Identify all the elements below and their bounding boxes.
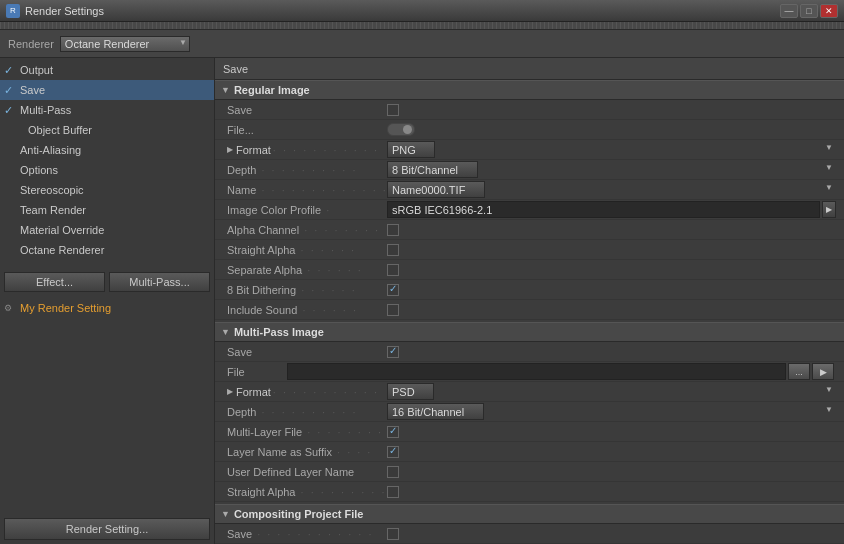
- sidebar-item-materialoverride[interactable]: Material Override: [0, 220, 214, 240]
- separate-alpha-row: Separate Alpha · · · · · ·: [215, 260, 844, 280]
- mp-format-select[interactable]: PSD: [387, 383, 434, 400]
- regular-name-select[interactable]: Name0000.TIF: [387, 181, 485, 198]
- sidebar-label-objectbuffer: Object Buffer: [28, 124, 92, 136]
- regular-save-checkbox[interactable]: [387, 104, 399, 116]
- separate-alpha-dots: · · · · · ·: [307, 264, 363, 276]
- separate-alpha-label-area: Separate Alpha · · · · · ·: [227, 264, 387, 276]
- sidebar-item-teamrender[interactable]: Team Render: [0, 200, 214, 220]
- multipass-button[interactable]: Multi-Pass...: [109, 272, 210, 292]
- sidebar-item-objectbuffer[interactable]: Object Buffer: [0, 120, 214, 140]
- color-profile-arrow-btn[interactable]: ▶: [822, 201, 836, 218]
- mp-straightalpha-checkbox[interactable]: [387, 486, 399, 498]
- check-save: ✓: [4, 84, 18, 97]
- straight-alpha-checkbox[interactable]: [387, 244, 399, 256]
- multi-pass-arrow: ▼: [221, 327, 230, 337]
- mp-format-select-wrapper: PSD: [387, 383, 836, 400]
- mp-save-checkbox[interactable]: [387, 346, 399, 358]
- separate-alpha-checkbox[interactable]: [387, 264, 399, 276]
- regular-depth-label-area: Depth · · · · · · · · · ·: [227, 164, 387, 176]
- maximize-button[interactable]: □: [800, 4, 818, 18]
- compositing-title: Compositing Project File: [234, 508, 364, 520]
- mp-layernamesuffix-checkbox[interactable]: [387, 446, 399, 458]
- mp-layernamesuffix-dots: · · · ·: [337, 446, 372, 458]
- sidebar-item-options[interactable]: Options: [0, 160, 214, 180]
- mp-file-browse-btn[interactable]: ...: [788, 363, 810, 380]
- effect-button[interactable]: Effect...: [4, 272, 105, 292]
- alpha-channel-label: Alpha Channel: [227, 224, 299, 236]
- multi-pass-title: Multi-Pass Image: [234, 326, 324, 338]
- mp-straightalpha-value: [387, 486, 836, 498]
- sidebar-label-teamrender: Team Render: [20, 204, 86, 216]
- mp-userdefined-value: [387, 466, 836, 478]
- regular-file-toggle[interactable]: [387, 123, 415, 136]
- renderer-select[interactable]: Octane Renderer: [60, 36, 190, 52]
- mp-depth-label: Depth: [227, 406, 256, 418]
- gear-icon: ⚙: [4, 303, 18, 313]
- alpha-channel-checkbox[interactable]: [387, 224, 399, 236]
- mp-file-input[interactable]: [287, 363, 786, 380]
- mp-userdefined-checkbox[interactable]: [387, 466, 399, 478]
- color-profile-text: sRGB IEC61966-2.1: [387, 201, 820, 218]
- regular-name-label: Name: [227, 184, 256, 196]
- mp-depth-dots: · · · · · · · · · ·: [261, 406, 357, 418]
- mp-save-value: [387, 346, 836, 358]
- main-layout: ✓ Output ✓ Save ✓ Multi-Pass Object Buff…: [0, 58, 844, 544]
- mp-multilayer-row: Multi-Layer File · · · · · · · · ·: [215, 422, 844, 442]
- mp-userdefined-row: User Defined Layer Name: [215, 462, 844, 482]
- mp-multilayer-label: Multi-Layer File: [227, 426, 302, 438]
- regular-depth-select[interactable]: 8 Bit/Channel: [387, 161, 478, 178]
- app-icon: R: [6, 4, 20, 18]
- sidebar: ✓ Output ✓ Save ✓ Multi-Pass Object Buff…: [0, 58, 215, 544]
- panel-content[interactable]: ▼ Regular Image Save File...: [215, 80, 844, 544]
- regular-format-label-area: ▶ Format · · · · · · · · · · ·: [227, 144, 387, 156]
- mp-userdefined-label: User Defined Layer Name: [227, 466, 354, 478]
- comp-save-checkbox[interactable]: [387, 528, 399, 540]
- mp-file-label: File: [227, 366, 287, 378]
- mp-depth-select[interactable]: 16 Bit/Channel: [387, 403, 484, 420]
- sidebar-item-output[interactable]: ✓ Output: [0, 60, 214, 80]
- sidebar-item-octanerenderer[interactable]: Octane Renderer: [0, 240, 214, 260]
- bit-dithering-label-area: 8 Bit Dithering · · · · · ·: [227, 284, 387, 296]
- minimize-button[interactable]: —: [780, 4, 798, 18]
- multi-pass-section: ▼ Multi-Pass Image Save File ...: [215, 322, 844, 502]
- regular-image-header[interactable]: ▼ Regular Image: [215, 80, 844, 100]
- include-sound-checkbox[interactable]: [387, 304, 399, 316]
- bit-dithering-checkbox[interactable]: [387, 284, 399, 296]
- separate-alpha-value: [387, 264, 836, 276]
- color-profile-row: Image Color Profile · sRGB IEC61966-2.1 …: [215, 200, 844, 220]
- regular-format-select[interactable]: PNG: [387, 141, 435, 158]
- my-render-setting-label[interactable]: My Render Setting: [20, 302, 111, 314]
- regular-file-label: File...: [227, 124, 387, 136]
- regular-save-value: [387, 104, 836, 116]
- sidebar-item-antialiasing[interactable]: Anti-Aliasing: [0, 140, 214, 160]
- bit-dithering-row: 8 Bit Dithering · · · · · ·: [215, 280, 844, 300]
- mp-layernamesuffix-value: [387, 446, 836, 458]
- render-setting-button[interactable]: Render Setting...: [4, 518, 210, 540]
- alpha-channel-dots: · · · · · · · ·: [304, 224, 380, 236]
- mp-depth-select-wrapper: 16 Bit/Channel: [387, 403, 836, 420]
- sidebar-item-save[interactable]: ✓ Save: [0, 80, 214, 100]
- include-sound-value: [387, 304, 836, 316]
- regular-image-section: ▼ Regular Image Save File...: [215, 80, 844, 320]
- renderer-select-wrapper: Octane Renderer: [60, 36, 190, 52]
- regular-file-row: File...: [215, 120, 844, 140]
- compositing-header[interactable]: ▼ Compositing Project File: [215, 504, 844, 524]
- title-bar: R Render Settings — □ ✕: [0, 0, 844, 22]
- comp-save-row: Save · · · · · · · · · · · ·: [215, 524, 844, 544]
- mp-multilayer-value: [387, 426, 836, 438]
- mp-save-row: Save: [215, 342, 844, 362]
- mp-file-arrow-btn[interactable]: ▶: [812, 363, 834, 380]
- straight-alpha-row: Straight Alpha · · · · · ·: [215, 240, 844, 260]
- renderer-label: Renderer: [8, 38, 54, 50]
- sidebar-item-stereoscopic[interactable]: Stereoscopic: [0, 180, 214, 200]
- close-button[interactable]: ✕: [820, 4, 838, 18]
- mp-multilayer-checkbox[interactable]: [387, 426, 399, 438]
- my-render-setting-row: ⚙ My Render Setting: [0, 298, 214, 318]
- name-dots: · · · · · · · · · · · · · ·: [261, 184, 398, 196]
- sidebar-label-multipass: Multi-Pass: [20, 104, 71, 116]
- sidebar-item-multipass[interactable]: ✓ Multi-Pass: [0, 100, 214, 120]
- include-sound-row: Include Sound · · · · · ·: [215, 300, 844, 320]
- multi-pass-header[interactable]: ▼ Multi-Pass Image: [215, 322, 844, 342]
- color-profile-label: Image Color Profile: [227, 204, 321, 216]
- straight-alpha-value: [387, 244, 836, 256]
